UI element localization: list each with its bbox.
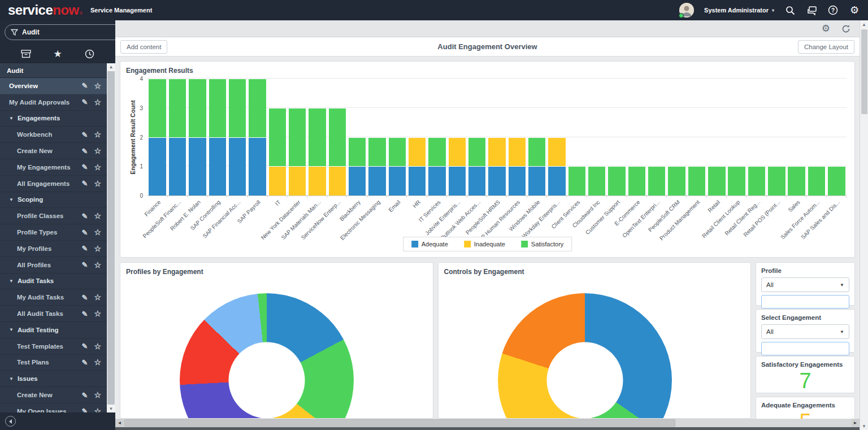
- bar-servicenow-enterp[interactable]: ServiceNow Enterp...: [327, 79, 347, 196]
- sidebar-item-create-new[interactable]: Create New✎☆: [0, 387, 107, 403]
- bar-segment-adequate[interactable]: [249, 137, 266, 196]
- bar-segment-satisfactory[interactable]: [788, 166, 805, 196]
- bar-segment-adequate[interactable]: [229, 137, 246, 196]
- bar-segment-inadequate[interactable]: [289, 166, 306, 196]
- user-avatar[interactable]: [679, 3, 694, 18]
- sidebar-item-profile-classes[interactable]: Profile Classes✎☆: [0, 208, 107, 224]
- edit-pencil-icon[interactable]: ✎: [82, 407, 88, 412]
- bar-robert-e-nolan[interactable]: Robert E. Nolan: [188, 79, 207, 196]
- help-icon[interactable]: ?: [827, 5, 839, 16]
- bar-peoplesoft-hrms[interactable]: PeopleSoft HRMS: [487, 79, 507, 196]
- bar-segment-satisfactory[interactable]: [269, 108, 286, 167]
- add-content-button[interactable]: Add content: [120, 40, 167, 54]
- bar-segment-adequate[interactable]: [548, 166, 565, 196]
- favorites-star-icon[interactable]: ★: [51, 47, 64, 60]
- sidebar-item-test-templates[interactable]: Test Templates✎☆: [0, 338, 107, 355]
- scroll-down-icon[interactable]: ▼: [109, 405, 114, 412]
- bar-segment-inadequate[interactable]: [548, 137, 565, 167]
- bar-segment-satisfactory[interactable]: [189, 79, 206, 137]
- bar-electronic-messaging[interactable]: Electronic Messaging: [367, 79, 387, 196]
- horizontal-scroll-thumb[interactable]: [124, 419, 675, 427]
- sidebar-scroll-thumb[interactable]: [107, 71, 115, 405]
- sidebar-item-my-open-issues[interactable]: My Open Issues✎☆: [0, 403, 107, 412]
- legend-item-satisfactory[interactable]: Satisfactory: [521, 241, 563, 247]
- bar-client-services[interactable]: Client Services: [567, 79, 587, 196]
- favorite-star-icon[interactable]: ☆: [94, 309, 101, 318]
- bar-segment-adequate[interactable]: [509, 166, 526, 196]
- all-applications-icon[interactable]: [19, 47, 33, 60]
- vertical-scroll-thumb[interactable]: [861, 29, 867, 114]
- bar-finance[interactable]: Finance: [147, 79, 167, 196]
- bar-new-york-datacenter[interactable]: New York Datacenter: [287, 79, 307, 196]
- sidebar-item-workbench[interactable]: Workbench✎☆: [0, 127, 107, 143]
- bar-retail-client-reg[interactable]: Retail Client Reg...: [747, 79, 766, 196]
- bar-segment-adequate[interactable]: [409, 166, 426, 196]
- bar-segment-satisfactory[interactable]: [768, 166, 785, 196]
- bar-segment-satisfactory[interactable]: [568, 166, 585, 196]
- favorite-star-icon[interactable]: ☆: [94, 358, 101, 367]
- engagement-search-input[interactable]: [761, 342, 849, 355]
- refresh-icon[interactable]: [841, 24, 850, 33]
- favorite-star-icon[interactable]: ☆: [94, 407, 101, 412]
- edit-pencil-icon[interactable]: ✎: [82, 244, 88, 253]
- bar-sap-financial-acc[interactable]: SAP Financial Acc...: [227, 79, 247, 196]
- bar-retail-client-lookup[interactable]: Retail Client Lookup: [727, 79, 747, 196]
- bar-sales[interactable]: Sales: [787, 79, 806, 196]
- bar-segment-satisfactory[interactable]: [668, 166, 685, 196]
- legend-item-adequate[interactable]: Adequate: [411, 241, 448, 247]
- edit-pencil-icon[interactable]: ✎: [82, 81, 88, 90]
- sidebar-item-test-plans[interactable]: Test Plans✎☆: [0, 355, 107, 371]
- sidebar-section-audit-tasks[interactable]: ▼Audit Tasks: [0, 273, 107, 290]
- bar-segment-adequate[interactable]: [488, 166, 505, 196]
- bar-segment-satisfactory[interactable]: [289, 108, 306, 167]
- bar-retail[interactable]: Retail: [707, 79, 727, 196]
- bar-e-commerce[interactable]: E-Commerce: [627, 79, 646, 196]
- sidebar-item-profile-types[interactable]: Profile Types✎☆: [0, 224, 107, 241]
- collapse-navigator-icon[interactable]: [5, 416, 16, 427]
- bar-segment-satisfactory[interactable]: [169, 79, 186, 137]
- bar-segment-adequate[interactable]: [349, 166, 366, 196]
- chat-icon[interactable]: [806, 5, 817, 16]
- history-clock-icon[interactable]: [83, 47, 96, 60]
- bar-sap-materials-man[interactable]: SAP Materials Man...: [307, 79, 327, 196]
- favorite-star-icon[interactable]: ☆: [94, 260, 101, 270]
- scroll-right-icon[interactable]: ►: [851, 419, 860, 427]
- search-icon[interactable]: [784, 5, 796, 16]
- bar-segment-adequate[interactable]: [149, 137, 166, 196]
- bar-blackberry[interactable]: Blackberry: [347, 79, 367, 196]
- bar-segment-inadequate[interactable]: [449, 137, 466, 167]
- filter-input[interactable]: [22, 28, 112, 36]
- edit-pencil-icon[interactable]: ✎: [82, 342, 88, 350]
- bar-segment-adequate[interactable]: [468, 166, 485, 196]
- bar-workday-enterpris[interactable]: Workday Enterpris...: [547, 79, 567, 196]
- favorite-star-icon[interactable]: ☆: [94, 81, 101, 90]
- vertical-scrollbar[interactable]: ▲ ▼: [860, 20, 868, 430]
- bar-sales-force-autom[interactable]: Sales Force Autom...: [806, 79, 826, 196]
- sidebar-item-my-audit-tasks[interactable]: My Audit Tasks✎☆: [0, 289, 107, 306]
- gear-icon[interactable]: ⚙: [849, 5, 860, 16]
- scroll-up-icon[interactable]: ▲: [862, 20, 866, 28]
- bar-peoplesoft-crm[interactable]: PeopleSoft CRM: [667, 79, 687, 196]
- edit-pencil-icon[interactable]: ✎: [82, 310, 88, 318]
- bar-segment-satisfactory[interactable]: [688, 166, 705, 196]
- legend-item-inadequate[interactable]: Inadequate: [464, 241, 505, 247]
- bar-segment-adequate[interactable]: [449, 166, 466, 196]
- bar-segment-satisfactory[interactable]: [648, 166, 665, 196]
- bar-retail-pos-point[interactable]: Retail POS (Point...: [767, 79, 787, 196]
- sidebar-item-create-new[interactable]: Create New✎☆: [0, 143, 107, 159]
- scroll-down-icon[interactable]: ▼: [862, 422, 866, 430]
- favorite-star-icon[interactable]: ☆: [94, 179, 101, 188]
- favorite-star-icon[interactable]: ☆: [94, 98, 101, 107]
- edit-pencil-icon[interactable]: ✎: [82, 391, 88, 399]
- bar-segment-satisfactory[interactable]: [309, 108, 326, 167]
- edit-pencil-icon[interactable]: ✎: [82, 358, 88, 367]
- bar-segment-satisfactory[interactable]: [808, 166, 825, 196]
- bar-opentext-enterpri[interactable]: OpenText Enterpri...: [647, 79, 667, 196]
- favorite-star-icon[interactable]: ☆: [94, 211, 101, 220]
- sidebar-scrollbar[interactable]: ▲ ▼: [107, 63, 115, 412]
- bar-it[interactable]: IT: [267, 79, 287, 196]
- sidebar-section-issues[interactable]: ▼Issues: [0, 371, 107, 387]
- edit-pencil-icon[interactable]: ✎: [82, 147, 88, 155]
- bar-segment-inadequate[interactable]: [509, 137, 526, 167]
- profile-search-input[interactable]: [761, 295, 849, 309]
